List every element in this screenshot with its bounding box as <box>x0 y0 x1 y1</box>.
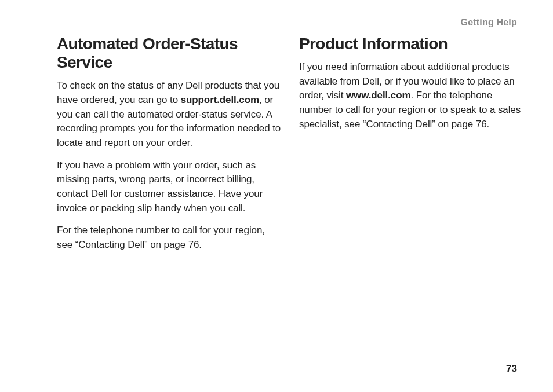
section-label: Getting Help <box>460 17 517 27</box>
para-order-status-check: To check on the status of any Dell produ… <box>57 79 282 150</box>
left-column: Automated Order-Status Service To check … <box>57 35 282 260</box>
heading-product-information: Product Information <box>299 35 524 53</box>
header-section: Getting Help <box>460 17 517 28</box>
right-column: Product Information If you need informat… <box>299 35 524 260</box>
page-number: 73 <box>506 363 517 375</box>
para-product-info: If you need information about additional… <box>299 60 524 131</box>
para-telephone-region: For the telephone number to call for you… <box>57 224 282 252</box>
heading-automated-order-status: Automated Order-Status Service <box>57 35 282 72</box>
para-order-problem: If you have a problem with your order, s… <box>57 159 282 216</box>
content-columns: Automated Order-Status Service To check … <box>0 0 553 260</box>
link-www-dell: www.dell.com <box>346 90 411 101</box>
link-support-dell: support.dell.com <box>181 94 259 105</box>
